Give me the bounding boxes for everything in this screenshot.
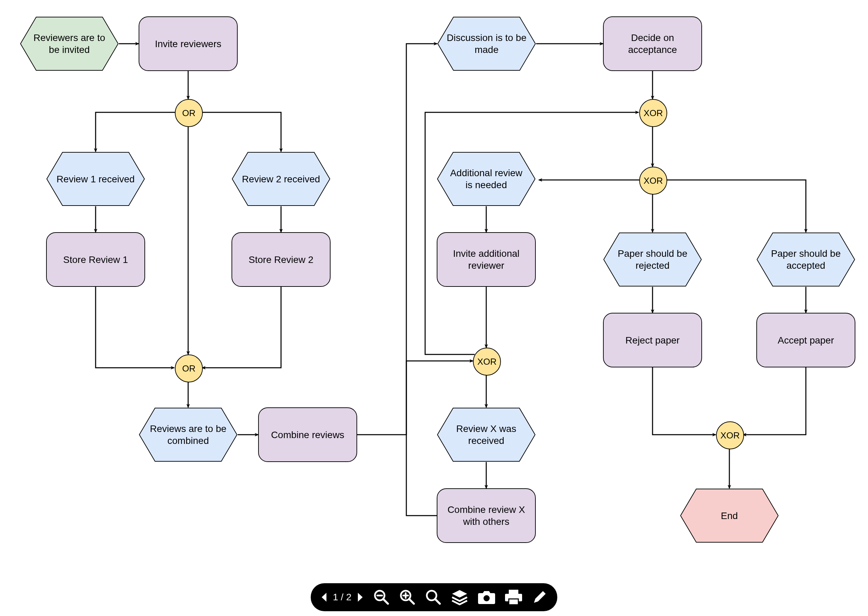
event-should-reject: Paper should be rejected: [603, 232, 702, 287]
func-accept-paper: Accept paper: [757, 313, 855, 368]
event-start: Reviewers are to be invited: [20, 16, 119, 71]
event-review-x-received: Review X was received: [437, 407, 536, 462]
event-review1-received: Review 1 received: [46, 152, 145, 206]
edit-button[interactable]: [531, 589, 548, 605]
gate-or-1: OR: [175, 99, 203, 127]
pager: 1 / 2: [320, 592, 364, 603]
svg-line-14: [409, 599, 414, 604]
func-decide-acceptance: Decide on acceptance: [603, 16, 702, 71]
svg-rect-21: [509, 590, 518, 594]
event-review2-received: Review 2 received: [232, 152, 331, 206]
event-discussion: Discussion is to be made: [437, 16, 536, 71]
func-store-review-2: Store Review 2: [232, 232, 331, 287]
diagram-canvas: Reviewers are to be invited Invite revie…: [0, 0, 868, 616]
func-store-review-1: Store Review 1: [46, 232, 145, 287]
zoom-out-button[interactable]: [373, 589, 390, 606]
svg-line-11: [383, 599, 388, 604]
event-reviews-to-combine: Reviews are to be combined: [139, 407, 238, 462]
zoom-reset-button[interactable]: [425, 589, 442, 606]
func-reject-paper: Reject paper: [603, 313, 702, 368]
zoom-in-button[interactable]: [399, 589, 416, 606]
svg-line-18: [435, 599, 440, 604]
gate-xor-2: XOR: [639, 167, 667, 195]
next-page-button[interactable]: [356, 592, 364, 602]
page-indicator: 1 / 2: [331, 592, 353, 603]
func-combine-review-x: Combine review X with others: [437, 488, 536, 543]
gate-xor-3: XOR: [473, 347, 501, 376]
print-button[interactable]: [505, 589, 523, 606]
gate-or-2: OR: [175, 354, 203, 382]
gate-xor-4: XOR: [716, 421, 744, 449]
camera-button[interactable]: [477, 589, 496, 605]
event-end: End: [680, 488, 779, 543]
svg-rect-22: [509, 599, 518, 605]
layers-button[interactable]: [451, 589, 468, 606]
func-invite-reviewers: Invite reviewers: [139, 16, 238, 71]
gate-xor-1: XOR: [639, 99, 667, 127]
svg-marker-19: [452, 590, 467, 597]
svg-point-20: [483, 595, 490, 601]
prev-page-button[interactable]: [320, 592, 328, 602]
event-should-accept: Paper should be accepted: [757, 232, 855, 287]
event-start-label: Reviewers are to be invited: [20, 16, 119, 71]
func-combine-reviews: Combine reviews: [258, 407, 357, 462]
func-invite-additional-reviewer: Invite additional reviewer: [437, 232, 536, 287]
viewer-toolbar: 1 / 2: [311, 583, 557, 611]
event-additional-review-needed: Additional review is needed: [437, 152, 536, 206]
